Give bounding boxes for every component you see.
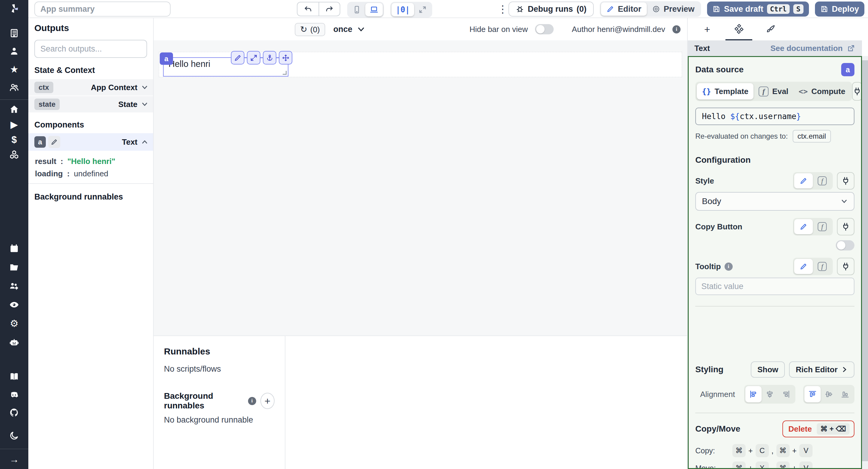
settings-gear-icon[interactable]: ⚙ [9, 318, 20, 329]
style-select[interactable]: Body [695, 192, 855, 211]
groups-settings-icon[interactable] [9, 281, 20, 291]
align-left-button[interactable] [745, 386, 762, 402]
center-canvas-button[interactable]: |0| [392, 3, 414, 16]
author-info-icon[interactable] [673, 25, 681, 33]
scrollbar-track[interactable] [862, 56, 868, 469]
audit-eye-icon[interactable] [9, 299, 20, 310]
tooltip-info-icon[interactable] [724, 262, 733, 271]
hide-bar-toggle[interactable] [535, 24, 554, 34]
align-top-button[interactable] [804, 386, 821, 402]
undo-button[interactable] [298, 2, 318, 16]
variables-dollar-icon[interactable]: $ [9, 134, 20, 145]
refresh-app-button[interactable]: ↻ (0) [295, 23, 325, 36]
workspace-icon[interactable] [9, 28, 20, 39]
eval-mode-button[interactable]: f [813, 219, 832, 234]
scrollbar-thumb[interactable] [862, 60, 868, 461]
static-mode-button[interactable] [794, 219, 813, 234]
delete-label: Delete [788, 425, 812, 434]
align-right-button[interactable] [778, 386, 794, 402]
resize-handle[interactable] [283, 71, 287, 75]
eval-mode-button[interactable]: f [813, 259, 832, 274]
eval-mode-button[interactable]: f [813, 173, 832, 188]
component-settings-tab[interactable] [723, 18, 755, 40]
sidebar-group-links [9, 364, 20, 418]
rename-component-button[interactable] [48, 136, 60, 148]
global-styling-tab[interactable] [755, 18, 786, 40]
connect-tooltip-button[interactable] [837, 258, 855, 275]
static-mode-button[interactable] [794, 259, 813, 274]
template-mode-tab[interactable]: {} Template [697, 83, 753, 99]
background-runnables-info-icon[interactable] [248, 397, 256, 405]
prop-loading[interactable]: loading : undefined [35, 169, 147, 179]
align-middle-v-button[interactable] [821, 386, 837, 402]
preview-tab[interactable]: Preview [647, 2, 700, 16]
prop-result[interactable]: result : "Hello henri" [35, 157, 147, 166]
add-background-runnable-button[interactable]: + [260, 393, 275, 409]
more-menu-kebab-icon[interactable]: ⋮ [498, 6, 502, 12]
redo-button[interactable] [318, 2, 340, 16]
connect-data-source-button[interactable] [852, 82, 862, 101]
docs-book-icon[interactable] [9, 371, 20, 382]
delete-component-button[interactable]: Delete ⌘ + ⌫ [782, 420, 855, 437]
deploy-label: Deploy [832, 4, 859, 14]
see-documentation-link[interactable]: See documentation [770, 44, 855, 53]
app-summary-input[interactable] [34, 1, 170, 17]
editor-preview-toggle: Editor Preview [600, 1, 701, 17]
schedules-calendar-icon[interactable] [9, 243, 20, 254]
template-code-input[interactable]: Hello ${ctx.username} [695, 107, 855, 125]
align-bottom-button[interactable] [837, 386, 853, 402]
save-draft-button[interactable]: Save draft Ctrl S [707, 1, 809, 17]
debug-runs-button[interactable]: Debug runs (0) [508, 1, 594, 17]
align-center-h-button[interactable] [762, 386, 778, 402]
refresh-interval-dropdown[interactable]: once [333, 18, 365, 40]
edit-component-button[interactable] [231, 51, 244, 64]
deploy-button[interactable]: Deploy [815, 1, 864, 17]
app-canvas[interactable]: Hello henri a [154, 40, 687, 336]
user-icon[interactable] [9, 46, 20, 57]
static-mode-button[interactable] [794, 173, 813, 188]
reeval-dependency-pill[interactable]: ctx.email [793, 130, 831, 143]
home-icon[interactable] [9, 104, 20, 115]
function-icon: f [818, 176, 827, 185]
folders-icon[interactable] [9, 262, 20, 273]
reeval-label: Re-evaluated on changes to: [695, 132, 788, 140]
connect-style-button[interactable] [837, 172, 855, 190]
windmill-logo-icon[interactable] [9, 3, 20, 14]
move-component-button[interactable] [279, 51, 292, 64]
compute-mode-tab[interactable]: <> Compute [794, 83, 850, 99]
runs-play-icon[interactable]: ▶ [9, 119, 20, 130]
tooltip-static-input[interactable] [695, 278, 855, 295]
refresh-count: (0) [310, 25, 320, 34]
fullwidth-canvas-button[interactable] [414, 3, 431, 16]
search-outputs-input[interactable] [34, 40, 147, 58]
output-row-state[interactable]: state State [28, 96, 153, 113]
discord-icon[interactable] [9, 389, 20, 400]
connect-copy-button[interactable] [837, 218, 855, 236]
user-group-icon[interactable] [9, 82, 20, 93]
expand-sidebar-arrow-icon[interactable]: → [9, 454, 20, 465]
insert-component-tab[interactable]: + [691, 18, 723, 40]
kbd-cmd: ⌘ [776, 462, 789, 469]
github-icon[interactable] [9, 407, 20, 418]
mobile-view-button[interactable] [348, 3, 365, 16]
show-styling-button[interactable]: Show [751, 362, 785, 378]
code-expression: ctx.username [740, 112, 796, 121]
eval-mode-tab[interactable]: f Eval [753, 83, 794, 99]
sidebar-group-admin: ⚙ [9, 236, 20, 347]
kbd-cmd: ⌘ [776, 444, 789, 457]
favorites-star-icon[interactable]: ★ [9, 64, 20, 75]
data-source-title: Data source [695, 65, 744, 74]
dark-mode-moon-icon[interactable] [9, 430, 20, 441]
ai-robot-icon[interactable] [9, 337, 20, 347]
component-row-a[interactable]: a Text [28, 133, 153, 151]
expand-component-button[interactable] [247, 51, 260, 64]
desktop-view-button[interactable] [365, 3, 383, 16]
template-label: Template [715, 87, 748, 96]
editor-tab[interactable]: Editor [601, 2, 647, 16]
resources-cubes-icon[interactable] [9, 149, 20, 160]
code-text: Hello [702, 112, 730, 121]
rich-editor-button[interactable]: Rich Editor [789, 362, 855, 378]
anchor-component-button[interactable] [263, 51, 276, 64]
output-row-ctx[interactable]: ctx App Context [28, 79, 153, 96]
copy-button-toggle[interactable] [836, 240, 855, 250]
